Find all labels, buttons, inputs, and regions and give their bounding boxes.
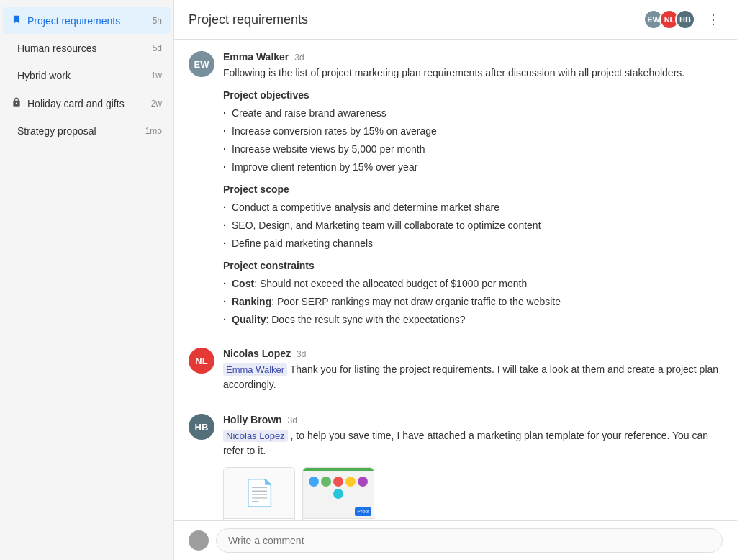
list-item: Cost: Should not exceed the allocated bu… [223,276,723,292]
attachment-image[interactable]: Proof Marketing-stra.... Proof this file… [302,467,374,520]
comment-body-nicolas: Nicolas Lopez 3d Emma Walker Thank you f… [223,348,723,397]
sidebar-item-human-resources[interactable]: Human resources5d [3,35,171,61]
color-dots-grid [303,468,374,503]
holly-message: Nicolas Lopez , to help you save time, I… [223,428,723,459]
list-item: Define paid marketing channels [223,236,723,251]
dot-cyan [333,489,343,499]
list-item: Ranking: Poor SERP rankings may not draw… [223,294,723,310]
comment-emma: EW Emma Walker 3d Following is the list … [189,51,723,330]
header-avatars: EW NL HB [643,9,695,30]
sidebar-item-time: 1w [151,71,162,81]
comment-text-emma: Following is the list of projcet marketi… [223,66,723,328]
comment-body-emma: Emma Walker 3d Following is the list of … [223,51,723,330]
list-item: Create and raise brand awareness [223,106,723,121]
main-panel: Project requirements EW NL HB ⋮ EW Emma … [174,0,737,560]
avatar-holly: HB [675,9,695,30]
bold-cost: Cost [232,278,254,289]
attachment-image-content: Proof [303,468,374,518]
list-item: Increase conversion rates by 15% on aver… [223,124,723,139]
page-title: Project requirements [189,12,643,27]
green-bar [303,468,374,471]
comment-nicolas: NL Nicolas Lopez 3d Emma Walker Thank yo… [189,348,723,397]
nicolas-message: Emma Walker Thank you for listing the pr… [223,362,723,392]
attachment-image-preview: Proof [303,468,374,518]
sidebar-item-time: 1mo [145,126,162,136]
sidebar-item-label: Human resources [17,42,147,54]
comment-time-nicolas: 3d [297,349,306,359]
sidebar-item-time: 5d [153,43,162,53]
avatar-holly-comment: HB [189,414,214,440]
more-options-button[interactable]: ⋮ [704,9,723,30]
list-item: Quality: Does the result sync with the e… [223,312,723,328]
dot-blue [309,477,319,487]
list-item: Improve client retention by 15% over yea… [223,160,723,175]
comment-holly: HB Holly Brown 3d Nicolas Lopez , to hel… [189,414,723,520]
attachment-pdf-preview: 📄 [224,468,294,518]
comment-author-nicolas: Nicolas Lopez [223,348,291,359]
list-item: SEO, Design, and Marketing team will col… [223,218,723,233]
comment-time-emma: 3d [294,53,304,63]
sidebar-item-holiday-card[interactable]: Holiday card and gifts2w [3,90,171,117]
section-title-constraints: Project constraints [223,258,723,274]
comment-time-holly: 3d [288,415,297,425]
bold-ranking: Ranking [232,296,271,307]
attachments-list: 📄 Marketing-plan.... Proof this file 2h [223,467,723,520]
objectives-list: Create and raise brand awareness Increas… [223,106,723,175]
list-item: Increase website views by 5,000 per mont… [223,142,723,157]
comment-intro: Following is the list of projcet marketi… [223,66,723,81]
list-item: Conduct a competitive analysis and deter… [223,200,723,215]
section-title-objectives: Project objectives [223,88,723,103]
content-area: EW Emma Walker 3d Following is the list … [174,40,737,520]
comment-author-holly: Holly Brown [223,414,282,425]
comment-text-holly: Nicolas Lopez , to help you save time, I… [223,428,723,520]
comment-text-nicolas: Emma Walker Thank you for listing the pr… [223,362,723,392]
bookmark-icon [12,14,22,27]
dot-red [333,477,343,487]
sidebar-item-label: Hybrid work [17,70,145,81]
sidebar-item-project-requirements[interactable]: Project requirements5h [3,7,171,34]
header: Project requirements EW NL HB ⋮ [174,0,737,40]
sidebar-item-label: Project requirements [27,15,147,27]
sidebar-item-label: Holiday card and gifts [27,98,145,109]
mention-emma: Emma Walker [223,363,287,376]
comment-author-emma: Emma Walker [223,51,289,63]
sidebar-item-hybrid-work[interactable]: Hybrid work1w [3,63,171,89]
section-title-scope: Project scope [223,182,723,197]
avatar-emma-comment: EW [189,51,214,77]
sidebar-item-time: 2w [151,99,162,109]
dot-green [321,477,331,487]
scope-list: Conduct a competitive analysis and deter… [223,200,723,251]
comment-input-area [174,520,737,560]
mention-nicolas: Nicolas Lopez [223,430,288,442]
constraints-list: Cost: Should not exceed the allocated bu… [223,276,723,328]
sidebar-item-label: Strategy proposal [17,125,140,137]
comment-body-holly: Holly Brown 3d Nicolas Lopez , to help y… [223,414,723,520]
avatar-nicolas-comment: NL [189,348,214,374]
attachment-pdf[interactable]: 📄 Marketing-plan.... Proof this file 2h [223,467,295,520]
sidebar-item-time: 5h [153,16,162,26]
sidebar-item-strategy-proposal[interactable]: Strategy proposal1mo [3,118,171,144]
dot-yellow [345,477,356,487]
lock-icon [12,97,22,109]
dot-purple [358,477,368,487]
pdf-icon: 📄 [243,474,276,512]
comment-input[interactable] [216,528,723,553]
sidebar: Project requirements5hHuman resources5dH… [0,0,174,560]
bold-quality: Quality [232,314,266,325]
proof-logo: Proof [355,507,371,517]
current-user-avatar [189,530,209,551]
